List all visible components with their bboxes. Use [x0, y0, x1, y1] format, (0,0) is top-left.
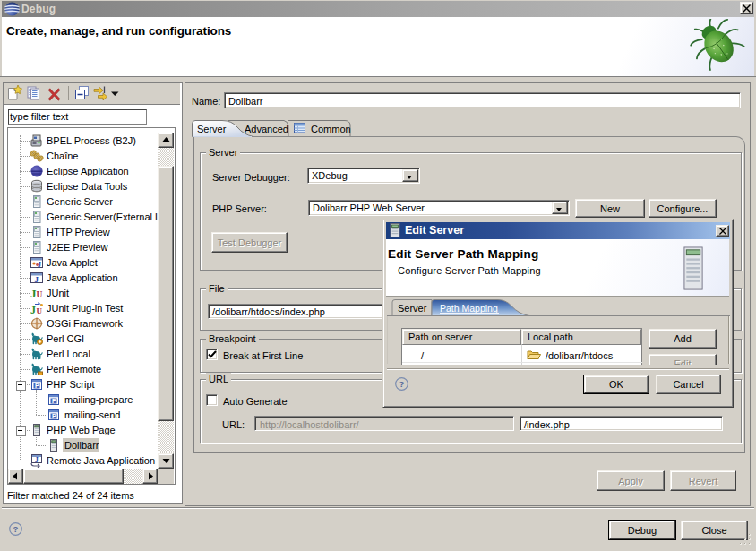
svg-text:J: J [35, 456, 39, 464]
svg-text:P: P [52, 398, 56, 404]
svg-text:J: J [35, 275, 39, 284]
svg-text:?: ? [399, 379, 405, 389]
svg-text:Server: Server [197, 124, 227, 134]
svg-text:Path Mapping: Path Mapping [440, 303, 498, 314]
svg-text:P: P [52, 413, 56, 419]
svg-text:U: U [37, 290, 43, 299]
svg-text:Server: Server [398, 303, 427, 314]
svg-text:Advanced: Advanced [245, 124, 288, 134]
svg-text:Common: Common [311, 124, 351, 134]
svg-text:P: P [35, 383, 39, 389]
svg-text:J: J [30, 304, 36, 316]
svg-text:J: J [38, 261, 41, 269]
svg-text:U: U [37, 306, 43, 315]
svg-text:?: ? [13, 524, 19, 534]
